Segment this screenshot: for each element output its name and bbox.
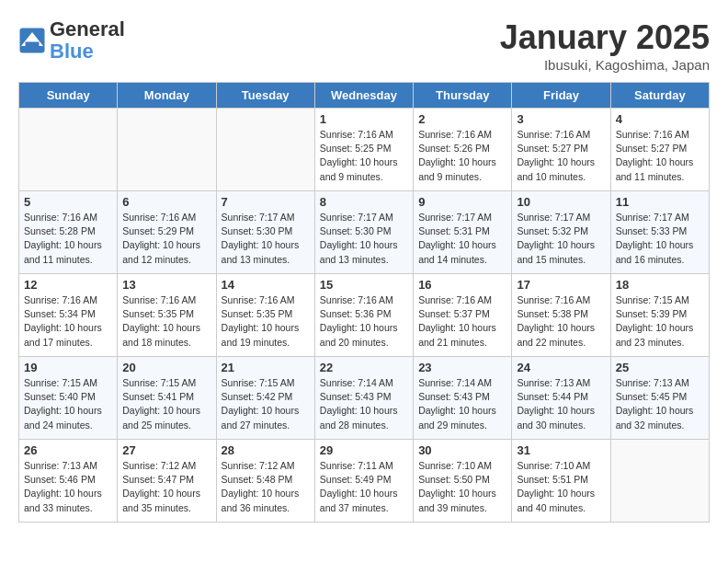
calendar-day-cell [19, 109, 118, 191]
calendar-day-cell: 19Sunrise: 7:15 AM Sunset: 5:40 PM Dayli… [19, 357, 118, 440]
day-number: 21 [222, 361, 310, 374]
day-info: Sunrise: 7:15 AM Sunset: 5:40 PM Dayligh… [24, 376, 112, 432]
day-number: 19 [24, 361, 112, 374]
calendar-day-cell: 2Sunrise: 7:16 AM Sunset: 5:26 PM Daylig… [414, 109, 512, 191]
day-info: Sunrise: 7:16 AM Sunset: 5:29 PM Dayligh… [122, 211, 210, 267]
calendar-day-cell: 30Sunrise: 7:10 AM Sunset: 5:50 PM Dayli… [414, 440, 512, 523]
weekday-header-cell: Saturday [610, 83, 709, 109]
calendar-week-row: 5Sunrise: 7:16 AM Sunset: 5:28 PM Daylig… [19, 191, 710, 274]
calendar-day-cell: 3Sunrise: 7:16 AM Sunset: 5:27 PM Daylig… [512, 109, 610, 191]
calendar-day-cell: 24Sunrise: 7:13 AM Sunset: 5:44 PM Dayli… [512, 357, 610, 440]
calendar-day-cell: 26Sunrise: 7:13 AM Sunset: 5:46 PM Dayli… [19, 440, 118, 523]
calendar-day-cell: 17Sunrise: 7:16 AM Sunset: 5:38 PM Dayli… [512, 274, 610, 357]
month-title: January 2025 [500, 18, 710, 57]
location: Ibusuki, Kagoshima, Japan [500, 57, 710, 73]
day-number: 14 [222, 278, 310, 292]
day-info: Sunrise: 7:14 AM Sunset: 5:43 PM Dayligh… [320, 376, 408, 432]
day-number: 4 [616, 112, 704, 126]
calendar-day-cell [610, 440, 709, 523]
day-number: 8 [320, 195, 408, 209]
day-info: Sunrise: 7:16 AM Sunset: 5:35 PM Dayligh… [122, 293, 210, 350]
day-info: Sunrise: 7:16 AM Sunset: 5:27 PM Dayligh… [616, 128, 704, 184]
title-block: January 2025 Ibusuki, Kagoshima, Japan [500, 18, 710, 73]
day-number: 28 [222, 443, 310, 457]
day-info: Sunrise: 7:10 AM Sunset: 5:50 PM Dayligh… [418, 459, 506, 515]
calendar-day-cell: 10Sunrise: 7:17 AM Sunset: 5:32 PM Dayli… [512, 191, 610, 274]
day-info: Sunrise: 7:16 AM Sunset: 5:38 PM Dayligh… [517, 293, 605, 350]
day-number: 20 [122, 361, 210, 374]
weekday-header-cell: Wednesday [314, 83, 413, 109]
page-header: General Blue January 2025 Ibusuki, Kagos… [18, 18, 710, 73]
calendar-day-cell: 9Sunrise: 7:17 AM Sunset: 5:31 PM Daylig… [414, 191, 512, 274]
day-number: 12 [24, 278, 112, 292]
calendar-day-cell: 22Sunrise: 7:14 AM Sunset: 5:43 PM Dayli… [314, 357, 413, 440]
calendar-day-cell: 11Sunrise: 7:17 AM Sunset: 5:33 PM Dayli… [610, 191, 709, 274]
day-info: Sunrise: 7:17 AM Sunset: 5:31 PM Dayligh… [418, 211, 506, 267]
svg-rect-2 [26, 42, 40, 48]
day-info: Sunrise: 7:17 AM Sunset: 5:33 PM Dayligh… [616, 211, 704, 267]
calendar-day-cell: 4Sunrise: 7:16 AM Sunset: 5:27 PM Daylig… [610, 109, 709, 191]
day-number: 6 [122, 195, 210, 209]
day-number: 10 [517, 195, 605, 209]
day-info: Sunrise: 7:16 AM Sunset: 5:37 PM Dayligh… [418, 293, 506, 350]
day-number: 25 [616, 361, 704, 374]
calendar-body: 1Sunrise: 7:16 AM Sunset: 5:25 PM Daylig… [19, 109, 710, 523]
day-number: 17 [517, 278, 605, 292]
day-info: Sunrise: 7:16 AM Sunset: 5:34 PM Dayligh… [24, 293, 112, 350]
day-info: Sunrise: 7:12 AM Sunset: 5:47 PM Dayligh… [122, 459, 210, 515]
day-number: 24 [517, 361, 605, 374]
weekday-header-cell: Tuesday [216, 83, 314, 109]
day-number: 5 [24, 195, 112, 209]
day-info: Sunrise: 7:16 AM Sunset: 5:36 PM Dayligh… [320, 293, 408, 350]
weekday-header-cell: Friday [512, 83, 610, 109]
calendar-day-cell: 14Sunrise: 7:16 AM Sunset: 5:35 PM Dayli… [216, 274, 314, 357]
weekday-header-row: SundayMondayTuesdayWednesdayThursdayFrid… [19, 83, 710, 109]
day-info: Sunrise: 7:17 AM Sunset: 5:30 PM Dayligh… [222, 211, 310, 267]
day-number: 23 [418, 361, 506, 374]
day-number: 30 [418, 443, 506, 457]
day-info: Sunrise: 7:16 AM Sunset: 5:27 PM Dayligh… [517, 128, 605, 184]
calendar-day-cell: 1Sunrise: 7:16 AM Sunset: 5:25 PM Daylig… [314, 109, 413, 191]
day-number: 7 [222, 195, 310, 209]
day-info: Sunrise: 7:16 AM Sunset: 5:28 PM Dayligh… [24, 211, 112, 267]
calendar-day-cell: 16Sunrise: 7:16 AM Sunset: 5:37 PM Dayli… [414, 274, 512, 357]
weekday-header-cell: Sunday [19, 83, 118, 109]
day-info: Sunrise: 7:11 AM Sunset: 5:49 PM Dayligh… [320, 459, 408, 515]
day-info: Sunrise: 7:13 AM Sunset: 5:45 PM Dayligh… [616, 376, 704, 432]
day-number: 18 [616, 278, 704, 292]
calendar-week-row: 26Sunrise: 7:13 AM Sunset: 5:46 PM Dayli… [19, 440, 710, 523]
calendar-day-cell: 5Sunrise: 7:16 AM Sunset: 5:28 PM Daylig… [19, 191, 118, 274]
day-number: 9 [418, 195, 506, 209]
calendar-week-row: 12Sunrise: 7:16 AM Sunset: 5:34 PM Dayli… [19, 274, 710, 357]
day-number: 15 [320, 278, 408, 292]
calendar-day-cell: 29Sunrise: 7:11 AM Sunset: 5:49 PM Dayli… [314, 440, 413, 523]
day-number: 26 [24, 443, 112, 457]
calendar-day-cell: 27Sunrise: 7:12 AM Sunset: 5:47 PM Dayli… [118, 440, 216, 523]
calendar-day-cell: 15Sunrise: 7:16 AM Sunset: 5:36 PM Dayli… [314, 274, 413, 357]
day-number: 2 [418, 112, 506, 126]
logo-line2: Blue [50, 40, 125, 63]
day-info: Sunrise: 7:15 AM Sunset: 5:42 PM Dayligh… [222, 376, 310, 432]
calendar-day-cell: 8Sunrise: 7:17 AM Sunset: 5:30 PM Daylig… [314, 191, 413, 274]
calendar-week-row: 19Sunrise: 7:15 AM Sunset: 5:40 PM Dayli… [19, 357, 710, 440]
day-number: 16 [418, 278, 506, 292]
calendar-week-row: 1Sunrise: 7:16 AM Sunset: 5:25 PM Daylig… [19, 109, 710, 191]
day-info: Sunrise: 7:15 AM Sunset: 5:39 PM Dayligh… [616, 293, 704, 350]
calendar-day-cell: 18Sunrise: 7:15 AM Sunset: 5:39 PM Dayli… [610, 274, 709, 357]
day-number: 11 [616, 195, 704, 209]
calendar-day-cell: 28Sunrise: 7:12 AM Sunset: 5:48 PM Dayli… [216, 440, 314, 523]
calendar-day-cell: 23Sunrise: 7:14 AM Sunset: 5:43 PM Dayli… [414, 357, 512, 440]
calendar-day-cell [216, 109, 314, 191]
day-info: Sunrise: 7:17 AM Sunset: 5:32 PM Dayligh… [517, 211, 605, 267]
calendar-day-cell: 20Sunrise: 7:15 AM Sunset: 5:41 PM Dayli… [118, 357, 216, 440]
day-info: Sunrise: 7:12 AM Sunset: 5:48 PM Dayligh… [222, 459, 310, 515]
calendar-day-cell: 12Sunrise: 7:16 AM Sunset: 5:34 PM Dayli… [19, 274, 118, 357]
day-number: 13 [122, 278, 210, 292]
day-number: 22 [320, 361, 408, 374]
calendar-day-cell: 6Sunrise: 7:16 AM Sunset: 5:29 PM Daylig… [118, 191, 216, 274]
day-info: Sunrise: 7:13 AM Sunset: 5:44 PM Dayligh… [517, 376, 605, 432]
day-info: Sunrise: 7:17 AM Sunset: 5:30 PM Dayligh… [320, 211, 408, 267]
calendar-day-cell: 13Sunrise: 7:16 AM Sunset: 5:35 PM Dayli… [118, 274, 216, 357]
calendar-day-cell: 21Sunrise: 7:15 AM Sunset: 5:42 PM Dayli… [216, 357, 314, 440]
day-info: Sunrise: 7:16 AM Sunset: 5:26 PM Dayligh… [418, 128, 506, 184]
